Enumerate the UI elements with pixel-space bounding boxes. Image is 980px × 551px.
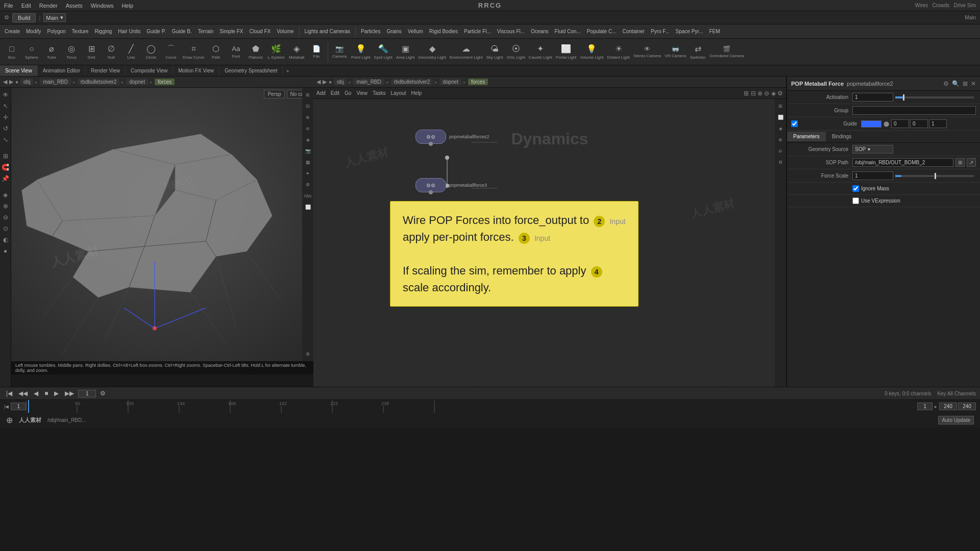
tool-envlight[interactable]: ☁ Environment Light	[448, 39, 484, 65]
forcescale-input[interactable]	[852, 171, 893, 180]
tool2-icon[interactable]: ⊕	[1, 201, 11, 211]
vexpression-checkbox[interactable]	[852, 197, 859, 204]
timeline-play-fast[interactable]: ▶▶	[63, 389, 76, 398]
nav-mainrbd[interactable]: main_RBD	[40, 79, 70, 85]
vp-icon1[interactable]: ⊞	[303, 90, 313, 100]
tab-motion-fx-view[interactable]: Motion FX View	[173, 65, 219, 76]
node-menu-view[interactable]: View	[356, 90, 368, 96]
toolbar-simplefx[interactable]: Simple FX	[217, 28, 246, 35]
view-icon[interactable]: 👁	[1, 90, 11, 100]
tool-torus[interactable]: ◎ Torus	[62, 39, 81, 65]
nav-obj-label[interactable]: obj	[20, 79, 33, 85]
tool-portallight[interactable]: ⬜ Portal Light	[554, 39, 578, 65]
toolbar-modify[interactable]: Modify	[23, 28, 43, 35]
tool-font[interactable]: Aa Font	[226, 39, 246, 65]
guide-val3[interactable]	[929, 119, 947, 128]
tool-curve[interactable]: ⌒ Curve	[161, 39, 181, 65]
node-menu-tasks[interactable]: Tasks	[373, 90, 386, 96]
guide-val1[interactable]	[891, 119, 909, 128]
tool-path[interactable]: ⬡ Path	[206, 39, 226, 65]
geosource-dropdown[interactable]: SOP ▾	[852, 145, 893, 154]
tab-bindings[interactable]: Bindings	[826, 132, 857, 141]
timeline-stop[interactable]: ■	[42, 389, 50, 398]
nav-forces[interactable]: forces	[155, 79, 175, 85]
node-nav-back[interactable]: ◀	[316, 79, 321, 85]
forcescale-slider[interactable]	[895, 175, 974, 177]
toolbar-fluidcon[interactable]: Fluid Con...	[552, 28, 583, 35]
pin-icon[interactable]: 📌	[1, 173, 11, 184]
timeline-skip-start[interactable]: |◀	[4, 389, 14, 398]
timeline-frame-start[interactable]	[11, 403, 26, 410]
soppath-input[interactable]	[852, 158, 953, 167]
build-button[interactable]: Build	[12, 13, 36, 22]
tool-spotlight[interactable]: 🔦 Spot Light	[373, 39, 394, 65]
node-nav-forward[interactable]: ▶	[323, 79, 327, 85]
tool-platonic[interactable]: ⬟ Platonic	[246, 39, 265, 65]
tool-volumelight[interactable]: 💡 Volume Light	[578, 39, 605, 65]
timeline-current-frame[interactable]	[78, 390, 96, 397]
node-menu-add[interactable]: Add	[316, 90, 326, 96]
tool5-icon[interactable]: ◐	[1, 235, 11, 245]
timeline-play-back[interactable]: ◀◀	[16, 389, 30, 398]
snap-icon[interactable]: 🧲	[1, 162, 11, 172]
timeline-range-start[interactable]	[939, 403, 957, 410]
nav-back-icon[interactable]: ◀	[3, 79, 7, 85]
tool-distantlight[interactable]: ☀ Distant Light	[606, 39, 631, 65]
vp-icon6[interactable]: 📷	[303, 146, 313, 156]
toolbar-pyrof[interactable]: Pyro F...	[648, 28, 672, 35]
prop-search-icon[interactable]: 🔍	[952, 80, 960, 87]
tool-line[interactable]: ╱ Line	[121, 39, 141, 65]
node-nav-mainrbd[interactable]: main_RBD	[353, 79, 384, 85]
timeline-range-end[interactable]	[958, 403, 976, 410]
ng-icon3[interactable]: ◈	[775, 123, 786, 134]
group-input[interactable]	[852, 106, 976, 115]
vp-icon9[interactable]: ⚙	[303, 180, 313, 190]
tool-drawcurve[interactable]: ⌗ Draw Curve	[181, 39, 206, 65]
tool-file[interactable]: 📄 File	[307, 39, 326, 65]
tab-scene-view[interactable]: Scene View	[0, 65, 38, 76]
scale-icon[interactable]: ⤡	[1, 135, 11, 145]
vp-icon10[interactable]: Abc	[303, 191, 313, 201]
toolbar-oceans[interactable]: Oceans	[528, 28, 551, 35]
tool-geolight[interactable]: ◆ Geometry Light	[416, 39, 448, 65]
guide-color-swatch[interactable]	[861, 120, 881, 128]
toolbar-guideb[interactable]: Guide B.	[169, 28, 194, 35]
timeline-step-back[interactable]: ◀	[32, 389, 40, 398]
ng-icon2[interactable]: ⬜	[775, 112, 786, 122]
tab-animation-editor[interactable]: Animation Editor	[38, 65, 86, 76]
nav-forward-icon[interactable]: ▶	[9, 79, 13, 85]
toolbar-polygon[interactable]: Polygon	[44, 28, 68, 35]
tool-metaball[interactable]: ◈ Metaball	[287, 39, 306, 65]
nav-rbdsolver[interactable]: rbdbulletsolver2	[78, 79, 120, 85]
vp-icon4[interactable]: ⊖	[303, 123, 313, 134]
tool4-icon[interactable]: ⊙	[1, 223, 11, 234]
tool-switcher[interactable]: ⇄ Switcher	[688, 39, 707, 65]
node-nav-forces[interactable]: forces	[468, 79, 488, 85]
menu-windows[interactable]: Windows	[91, 3, 114, 9]
tool-circle[interactable]: ◯ Circle	[141, 39, 161, 65]
vp-icon7[interactable]: ▦	[303, 157, 313, 167]
toolbar-guidep[interactable]: Guide P.	[144, 28, 168, 35]
toolbar-lights[interactable]: Lights and Cameras	[302, 28, 353, 35]
workspace-dropdown[interactable]: Main ▾	[43, 13, 66, 22]
tool1-icon[interactable]: ◈	[1, 190, 11, 200]
tool-arealight[interactable]: ▣ Area Light	[395, 39, 416, 65]
guide-checkbox[interactable]	[791, 120, 798, 127]
toolbar-fem[interactable]: FEM	[706, 28, 722, 35]
toolbar-rigidbodies[interactable]: Rigid Bodies	[427, 28, 460, 35]
tool-vrcam[interactable]: 🥽 VR Camera	[663, 39, 688, 65]
node-menu-go[interactable]: Go	[345, 90, 351, 96]
node-nav-obj[interactable]: obj	[334, 79, 347, 85]
rotate-icon[interactable]: ↺	[1, 123, 11, 134]
node-nav-dopnet[interactable]: dopnet	[439, 79, 461, 85]
soppath-jump-btn[interactable]: ↗	[967, 158, 976, 167]
persp-button[interactable]: Persp	[264, 90, 284, 98]
toolbar-volume[interactable]: Volume	[274, 28, 296, 35]
toolbar-spacepyr[interactable]: Space Pyr...	[673, 28, 706, 35]
menu-render[interactable]: Render	[39, 3, 58, 9]
timeline-frame-end[interactable]	[917, 403, 933, 410]
tool-skylight[interactable]: 🌤 Sky Light	[485, 39, 505, 65]
tool-box[interactable]: □ Box	[2, 39, 21, 65]
toolbar-terrain[interactable]: Terrain	[195, 28, 216, 35]
nav-dopnet[interactable]: dopnet	[126, 79, 148, 85]
